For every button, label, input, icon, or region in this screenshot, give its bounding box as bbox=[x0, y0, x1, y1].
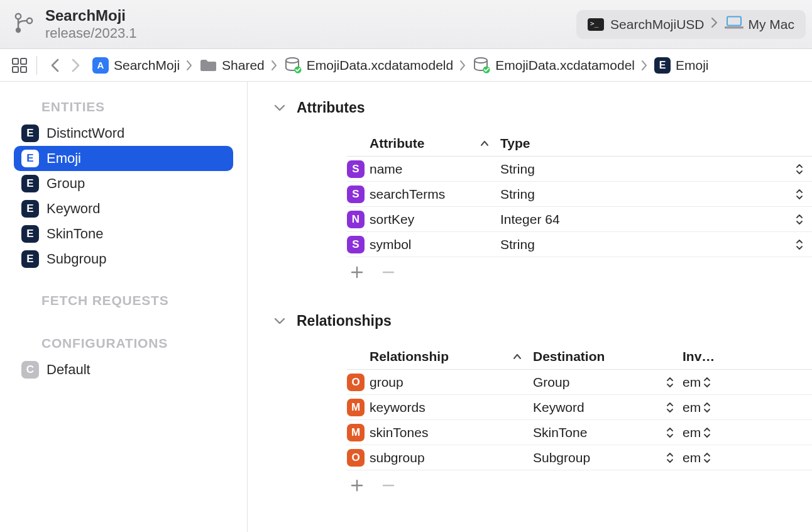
relationship-inverse[interactable]: em bbox=[683, 400, 701, 415]
attributes-header[interactable]: Attributes bbox=[274, 99, 812, 116]
stepper-icon[interactable] bbox=[703, 402, 711, 413]
relationship-destination[interactable]: Keyword bbox=[533, 400, 584, 415]
relationship-destination[interactable]: SkinTone bbox=[533, 425, 587, 440]
svg-point-0 bbox=[16, 13, 21, 18]
breadcrumb-label: Emoji bbox=[676, 58, 709, 73]
attribute-type[interactable]: String bbox=[500, 187, 535, 202]
relationship-row[interactable]: OsubgroupSubgroupem bbox=[347, 445, 812, 470]
entity-icon: E bbox=[21, 150, 39, 167]
svg-rect-7 bbox=[13, 67, 18, 72]
nav-back-button[interactable] bbox=[50, 57, 61, 74]
add-relationship-button[interactable] bbox=[349, 478, 365, 493]
stepper-icon[interactable] bbox=[796, 189, 803, 200]
relationships-header[interactable]: Relationships bbox=[274, 313, 812, 330]
breadcrumb-folder[interactable]: Shared bbox=[199, 58, 265, 73]
chevron-down-icon bbox=[274, 318, 285, 325]
stepper-icon[interactable] bbox=[666, 402, 674, 413]
breadcrumb-label: SearchMoji bbox=[114, 58, 180, 73]
col-relationship-label: Relationship bbox=[370, 349, 449, 364]
entity-item[interactable]: EDistinctWord bbox=[14, 121, 233, 146]
attribute-type-badge: S bbox=[347, 236, 365, 253]
relationships-section: Relationships Relationship Destination I… bbox=[274, 313, 812, 501]
entity-item[interactable]: EKeyword bbox=[14, 196, 233, 221]
relationships-table: Relationship Destination Inv… OgroupGrou… bbox=[347, 343, 812, 501]
relationship-inverse[interactable]: em bbox=[683, 375, 701, 390]
attributes-section: Attributes Attribute Type SnameStringSse… bbox=[274, 99, 812, 287]
entities-section-label: ENTITIES bbox=[41, 99, 233, 114]
attribute-type-badge: N bbox=[347, 211, 365, 228]
relationship-destination[interactable]: Subgroup bbox=[533, 450, 590, 465]
breadcrumb-model-container[interactable]: EmojiData.xcdatamodeld bbox=[284, 57, 453, 74]
breadcrumb-entity[interactable]: E Emoji bbox=[654, 57, 709, 74]
relationship-inverse[interactable]: em bbox=[683, 450, 701, 465]
entity-icon: E bbox=[21, 125, 39, 142]
breadcrumb-project[interactable]: A SearchMoji bbox=[92, 57, 180, 74]
chevron-right-icon bbox=[459, 60, 466, 71]
fetch-requests-section-label: FETCH REQUESTS bbox=[41, 293, 233, 308]
relationship-row[interactable]: MkeywordsKeywordem bbox=[347, 395, 812, 420]
stepper-icon[interactable] bbox=[666, 452, 674, 463]
attribute-type[interactable]: String bbox=[500, 162, 535, 177]
configuration-name: Default bbox=[47, 362, 91, 378]
relationship-row[interactable]: OgroupGroupem bbox=[347, 370, 812, 395]
svg-point-1 bbox=[16, 27, 21, 32]
svg-point-11 bbox=[475, 58, 487, 63]
related-items-icon[interactable] bbox=[11, 57, 28, 74]
stepper-icon[interactable] bbox=[666, 377, 674, 388]
breadcrumb-label: Shared bbox=[222, 58, 265, 73]
configuration-item[interactable]: CDefault bbox=[14, 357, 233, 382]
remove-attribute-button[interactable] bbox=[381, 265, 396, 280]
stepper-icon[interactable] bbox=[796, 214, 803, 225]
relationship-kind-badge: M bbox=[347, 424, 365, 441]
entity-name: Subgroup bbox=[47, 251, 106, 267]
svg-rect-6 bbox=[21, 58, 26, 64]
chevron-right-icon bbox=[641, 60, 648, 71]
scheme-selector[interactable]: SearchMojiUSD My Mac bbox=[576, 10, 806, 39]
entity-name: Group bbox=[47, 175, 85, 192]
attribute-row[interactable]: SsearchTermsString bbox=[347, 182, 812, 207]
stepper-icon[interactable] bbox=[703, 452, 711, 463]
project-title: SearchMoji bbox=[45, 8, 137, 24]
chevron-right-icon bbox=[186, 60, 193, 71]
relationship-inverse[interactable]: em bbox=[683, 425, 701, 440]
stepper-icon[interactable] bbox=[796, 239, 803, 250]
add-attribute-button[interactable] bbox=[349, 265, 365, 280]
col-destination-label: Destination bbox=[533, 349, 683, 364]
stepper-icon[interactable] bbox=[666, 427, 674, 438]
relationships-table-header[interactable]: Relationship Destination Inv… bbox=[347, 343, 812, 370]
entity-item[interactable]: EEmoji bbox=[14, 146, 233, 171]
path-bar: A SearchMoji Shared EmojiData.xcdatamode… bbox=[0, 49, 812, 82]
entity-item[interactable]: ESkinTone bbox=[14, 221, 233, 247]
relationship-destination[interactable]: Group bbox=[533, 375, 569, 390]
branch-name[interactable]: release/2023.1 bbox=[45, 26, 137, 41]
attribute-row[interactable]: SnameString bbox=[347, 157, 812, 182]
attribute-type[interactable]: Integer 64 bbox=[500, 212, 560, 227]
scheme-name: SearchMojiUSD bbox=[610, 17, 704, 32]
nav-forward-button[interactable] bbox=[70, 57, 81, 74]
attribute-type[interactable]: String bbox=[500, 237, 535, 252]
svg-rect-4 bbox=[725, 26, 743, 29]
attributes-table-header[interactable]: Attribute Type bbox=[347, 130, 812, 157]
sort-ascending-icon bbox=[513, 353, 522, 360]
entity-name: Emoji bbox=[47, 150, 81, 167]
col-inverse-label: Inv… bbox=[683, 349, 812, 364]
attribute-row[interactable]: NsortKeyInteger 64 bbox=[347, 207, 812, 232]
entity-icon: E bbox=[21, 250, 39, 268]
remove-relationship-button[interactable] bbox=[381, 478, 396, 493]
entity-item[interactable]: EGroup bbox=[14, 171, 233, 196]
svg-rect-3 bbox=[727, 17, 741, 26]
attribute-row[interactable]: SsymbolString bbox=[347, 232, 812, 257]
stepper-icon[interactable] bbox=[703, 427, 711, 438]
stepper-icon[interactable] bbox=[703, 377, 711, 388]
breadcrumb-model-version[interactable]: EmojiData.xcdatamodel bbox=[473, 57, 635, 74]
breadcrumb-label: EmojiData.xcdatamodeld bbox=[307, 58, 453, 73]
relationship-name: skinTones bbox=[370, 425, 533, 440]
relationship-name: keywords bbox=[370, 400, 533, 415]
entity-item[interactable]: ESubgroup bbox=[14, 247, 233, 272]
configurations-section-label: CONFIGURATIONS bbox=[41, 336, 233, 351]
chevron-right-icon bbox=[711, 16, 718, 32]
svg-rect-5 bbox=[13, 58, 18, 64]
stepper-icon[interactable] bbox=[796, 163, 803, 175]
entity-icon: E bbox=[654, 57, 671, 74]
relationship-row[interactable]: MskinTonesSkinToneem bbox=[347, 420, 812, 445]
